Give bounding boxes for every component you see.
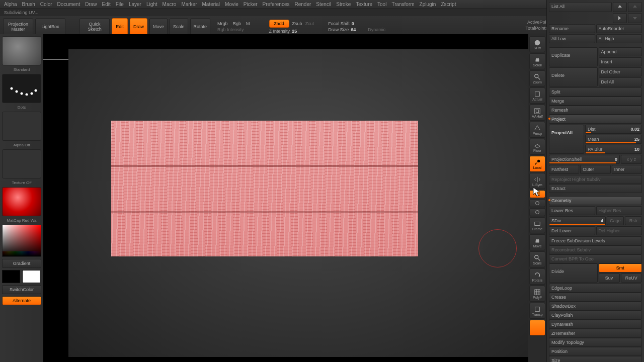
suv-button[interactable]: Suv	[599, 274, 620, 283]
color-picker[interactable]	[2, 225, 41, 257]
menu-light[interactable]: Light	[146, 2, 157, 7]
convert-bpr-button[interactable]: Convert BPR To Geo	[549, 254, 642, 263]
delete-button[interactable]: Delete	[549, 67, 598, 86]
local-button[interactable]: Local	[529, 156, 545, 172]
geometry-section[interactable]: Geometry	[549, 196, 642, 205]
pablur-slider[interactable]: PA Blur10	[585, 145, 642, 154]
alpha-thumb[interactable]	[2, 112, 41, 141]
merge-section[interactable]: Merge	[549, 97, 642, 106]
position-section[interactable]: Position	[549, 347, 642, 356]
mean-slider[interactable]: Mean25	[585, 135, 642, 144]
menu-edit[interactable]: Edit	[102, 2, 111, 7]
menu-zplugin[interactable]: Zplugin	[420, 2, 436, 7]
list-all-button[interactable]: List All	[549, 2, 612, 12]
extract-section[interactable]: Extract	[549, 184, 642, 193]
split-section[interactable]: Split	[549, 87, 642, 97]
divide-button[interactable]: Divide	[549, 263, 598, 283]
menu-stroke[interactable]: Stroke	[336, 2, 351, 7]
zsub-label[interactable]: Zsub	[292, 21, 302, 26]
scroll-button[interactable]: Scroll	[529, 53, 545, 69]
smt-button[interactable]: Smt	[599, 263, 642, 273]
del-higher-button[interactable]: Del Higher	[596, 226, 642, 235]
menu-macro[interactable]: Macro	[163, 2, 177, 7]
projection-shell-slider[interactable]: ProjectionShell0	[549, 155, 620, 164]
arrow-up2-button[interactable]	[628, 2, 642, 12]
aahalf-button[interactable]: AAHalf	[529, 105, 545, 121]
viewport[interactable]	[68, 49, 546, 357]
menu-document[interactable]: Document	[57, 2, 80, 7]
lower-res-button[interactable]: Lower Res	[549, 206, 595, 215]
dist-slider[interactable]: Dist0.02	[585, 125, 642, 134]
mesh-object[interactable]	[111, 121, 418, 256]
switchcolor-button[interactable]: SwitchColor	[2, 285, 41, 294]
shadowbox-section[interactable]: ShadowBox	[549, 302, 642, 311]
arrow-up-button[interactable]	[613, 2, 627, 12]
quick-sketch-button[interactable]: Quick Sketch	[79, 18, 110, 35]
gradient-button[interactable]: Gradient	[2, 259, 41, 268]
floor-button[interactable]: Floor	[529, 139, 545, 155]
projection-master-button[interactable]: Projection Master	[3, 18, 33, 35]
menu-material[interactable]: Material	[202, 2, 220, 7]
remesh-section[interactable]: Remesh	[549, 106, 642, 115]
xyz-flags[interactable]: x y z	[621, 155, 642, 164]
farthest-button[interactable]: Farthest	[549, 165, 579, 174]
menu-picker[interactable]: Picker	[244, 2, 258, 7]
arrow-right-button[interactable]	[613, 13, 627, 23]
del-other-button[interactable]: Del Other	[599, 67, 642, 76]
color-black-swatch[interactable]	[2, 270, 20, 283]
menu-brush[interactable]: Brush	[22, 2, 35, 7]
arrow-down-button[interactable]	[628, 13, 642, 23]
append-button[interactable]: Append	[599, 47, 642, 56]
material-thumb[interactable]	[2, 187, 41, 216]
persp-button[interactable]: Persp	[529, 122, 545, 138]
higher-res-button[interactable]: Higher Res	[596, 206, 642, 215]
menu-preferences[interactable]: Preferences	[263, 2, 290, 7]
menu-zscript[interactable]: Zscript	[441, 2, 456, 7]
menu-movie[interactable]: Movie	[225, 2, 238, 7]
freeze-subdiv-button[interactable]: Freeze SubDivision Levels	[549, 236, 642, 245]
draw-button[interactable]: Draw	[130, 18, 147, 35]
edit-button[interactable]: Edit	[112, 18, 128, 35]
reconstruct-button[interactable]: Reconstruct Subdiv	[549, 245, 642, 254]
dynamic-label[interactable]: Dynamic	[368, 27, 385, 32]
rgb-label[interactable]: Rgb	[233, 21, 242, 26]
ghost-button[interactable]	[529, 320, 545, 336]
polyf-button[interactable]: PolyF	[529, 286, 545, 302]
m-label[interactable]: M	[246, 21, 250, 26]
menu-stencil[interactable]: Stencil	[316, 2, 331, 7]
rot-button[interactable]	[529, 199, 545, 207]
autoreorder-button[interactable]: AutoReorder	[596, 24, 642, 33]
menu-draw[interactable]: Draw	[85, 2, 97, 7]
rotate-button[interactable]: Rotate	[190, 18, 211, 35]
sync-button[interactable]	[529, 208, 545, 216]
menu-texture[interactable]: Texture	[356, 2, 372, 7]
zremesher-section[interactable]: ZRemesher	[549, 329, 642, 338]
crease-section[interactable]: Crease	[549, 293, 642, 302]
lightbox-button[interactable]: LightBox	[35, 18, 65, 35]
scale-button[interactable]: Scale	[170, 18, 188, 35]
modify-topology-section[interactable]: Modify Topology	[549, 338, 642, 347]
transp-button[interactable]: Transp	[529, 303, 545, 319]
rstr-button[interactable]: Rstr	[625, 216, 642, 225]
del-all-button[interactable]: Del All	[599, 77, 642, 86]
project-section[interactable]: Project	[549, 115, 642, 124]
menu-marker[interactable]: Marker	[181, 2, 197, 7]
actual-button[interactable]: Actual	[529, 87, 545, 104]
reuv-button[interactable]: ReUV	[621, 274, 642, 283]
inner-button[interactable]: Inner	[612, 165, 642, 174]
move-button[interactable]: Move	[149, 18, 168, 35]
rename-button[interactable]: Rename	[549, 24, 595, 33]
alternate-button[interactable]: Alternate	[2, 296, 41, 305]
claypolish-section[interactable]: ClayPolish	[549, 311, 642, 320]
menu-layer[interactable]: Layer	[129, 2, 141, 7]
duplicate-button[interactable]: Duplicate	[549, 47, 598, 66]
zadd-button[interactable]: Zadd	[269, 20, 289, 28]
project-all-button[interactable]: ProjectAll	[549, 125, 584, 154]
menu-alpha[interactable]: Alpha	[4, 2, 17, 7]
menu-color[interactable]: Color	[40, 2, 52, 7]
color-white-swatch[interactable]	[22, 270, 40, 283]
move-view-button[interactable]: Move	[529, 234, 545, 250]
dynamesh-section[interactable]: DynaMesh	[549, 320, 642, 329]
scale-view-button[interactable]: Scale	[529, 251, 545, 267]
menu-tool[interactable]: Tool	[377, 2, 386, 7]
